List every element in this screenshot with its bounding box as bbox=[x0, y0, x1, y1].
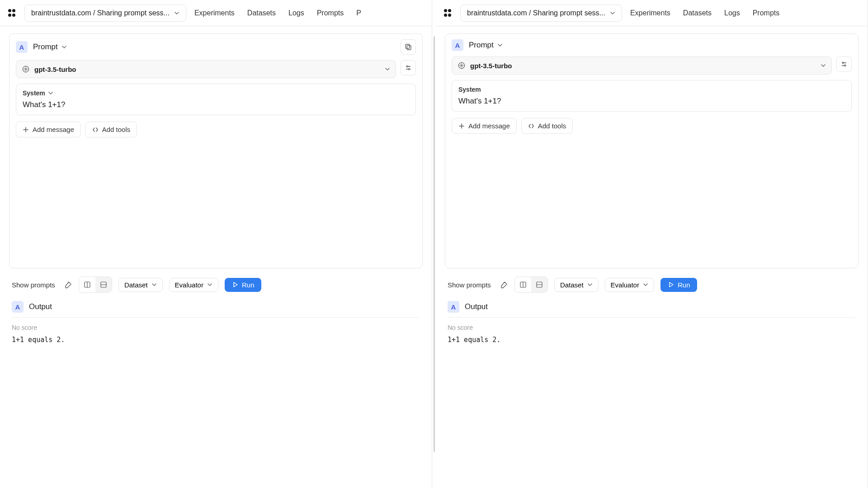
chevron-down-icon bbox=[48, 90, 53, 96]
svg-rect-1 bbox=[406, 44, 410, 48]
eraser-icon[interactable] bbox=[64, 281, 72, 289]
output-no-score: No score bbox=[448, 324, 856, 331]
play-icon bbox=[232, 282, 238, 288]
logo-icon[interactable] bbox=[444, 9, 452, 17]
nav-links: Experiments Datasets Logs Prompts bbox=[630, 9, 779, 17]
rows-icon bbox=[100, 281, 107, 288]
add-message-button[interactable]: Add message bbox=[16, 122, 81, 137]
nav-logs[interactable]: Logs bbox=[288, 9, 304, 17]
layout-vertical-button[interactable] bbox=[79, 277, 95, 292]
output-title: Output bbox=[29, 302, 52, 311]
model-selector[interactable]: gpt-3.5-turbo bbox=[16, 60, 396, 78]
nav-datasets[interactable]: Datasets bbox=[683, 9, 712, 17]
evaluator-dropdown[interactable]: Evaluator bbox=[169, 278, 218, 292]
chevron-down-icon bbox=[643, 282, 648, 287]
openai-icon bbox=[22, 65, 30, 73]
layout-horizontal-button[interactable] bbox=[531, 277, 547, 292]
model-name: gpt-3.5-turbo bbox=[470, 62, 512, 70]
output-section: A Output No score 1+1 equals 2. bbox=[9, 298, 423, 347]
dataset-dropdown[interactable]: Dataset bbox=[554, 278, 599, 292]
model-row: gpt-3.5-turbo bbox=[445, 56, 858, 80]
layout-vertical-button[interactable] bbox=[515, 277, 531, 292]
system-message-text[interactable]: What's 1+1? bbox=[458, 97, 845, 106]
layout-toggle bbox=[79, 277, 112, 293]
add-tools-button[interactable]: Add tools bbox=[521, 118, 573, 134]
chevron-down-icon bbox=[151, 282, 157, 287]
layout-horizontal-button[interactable] bbox=[95, 277, 112, 292]
prompt-title: Prompt bbox=[33, 42, 58, 52]
settings-button[interactable] bbox=[836, 56, 852, 72]
prompt-title: Prompt bbox=[469, 41, 494, 50]
svg-point-10 bbox=[842, 62, 844, 63]
prompt-title-dropdown[interactable]: Prompt bbox=[33, 42, 67, 52]
add-tools-label: Add tools bbox=[538, 122, 566, 130]
nav-prompts[interactable]: Prompts bbox=[753, 9, 780, 17]
openai-icon bbox=[458, 61, 466, 70]
settings-button[interactable] bbox=[401, 60, 416, 75]
left-pane: braintrustdata.com / Sharing prompt sess… bbox=[0, 0, 432, 488]
run-button[interactable]: Run bbox=[225, 278, 262, 292]
navbar: braintrustdata.com / Sharing prompt sess… bbox=[0, 0, 432, 26]
columns-icon bbox=[519, 281, 527, 288]
prompt-actions: Add message Add tools bbox=[445, 112, 858, 140]
role-label: System bbox=[458, 86, 481, 93]
run-button[interactable]: Run bbox=[660, 278, 698, 292]
nav-logs[interactable]: Logs bbox=[724, 9, 740, 17]
sliders-icon bbox=[405, 64, 412, 71]
role-label: System bbox=[23, 89, 45, 97]
divider bbox=[12, 317, 420, 318]
nav-datasets[interactable]: Datasets bbox=[247, 9, 276, 17]
system-message-block[interactable]: System What's 1+1? bbox=[16, 84, 416, 115]
prompt-card-header: A Prompt bbox=[9, 34, 422, 60]
add-tools-button[interactable]: Add tools bbox=[85, 122, 137, 137]
plus-icon bbox=[23, 127, 29, 133]
output-no-score: No score bbox=[12, 324, 420, 331]
model-name: gpt-3.5-turbo bbox=[34, 66, 76, 73]
rows-icon bbox=[536, 281, 543, 288]
breadcrumb-selector[interactable]: braintrustdata.com / Sharing prompt sess… bbox=[460, 5, 622, 22]
role-selector: System bbox=[458, 86, 845, 93]
prompt-card: A Prompt gpt-3.5-turbo bbox=[9, 33, 423, 268]
copy-button[interactable] bbox=[401, 39, 416, 55]
prompt-card: A Prompt gpt-3.5-turbo bbox=[445, 33, 859, 268]
code-icon bbox=[92, 127, 99, 133]
output-text: 1+1 equals 2. bbox=[448, 336, 856, 344]
columns-icon bbox=[84, 281, 91, 288]
prompt-title-dropdown[interactable]: Prompt bbox=[469, 41, 503, 50]
system-message-block[interactable]: System What's 1+1? bbox=[452, 80, 852, 112]
evaluator-dropdown[interactable]: Evaluator bbox=[605, 278, 654, 292]
svg-rect-0 bbox=[407, 46, 411, 50]
logo-icon[interactable] bbox=[8, 9, 16, 17]
session-badge: A bbox=[452, 39, 463, 51]
role-selector[interactable]: System bbox=[23, 89, 409, 97]
nav-experiments[interactable]: Experiments bbox=[194, 9, 235, 17]
system-message-text[interactable]: What's 1+1? bbox=[23, 100, 409, 109]
prompt-card-header: A Prompt bbox=[445, 34, 858, 56]
eraser-icon[interactable] bbox=[500, 281, 508, 289]
add-message-button[interactable]: Add message bbox=[452, 118, 517, 134]
toolbar: Show prompts Dataset Evaluator Run bbox=[445, 268, 859, 298]
nav-links: Experiments Datasets Logs Prompts P bbox=[194, 9, 361, 17]
evaluator-label: Evaluator bbox=[175, 281, 203, 289]
output-header: A Output bbox=[448, 301, 856, 313]
svg-point-11 bbox=[844, 65, 845, 66]
output-text: 1+1 equals 2. bbox=[12, 336, 420, 344]
output-header: A Output bbox=[12, 301, 420, 313]
show-prompts-label[interactable]: Show prompts bbox=[448, 281, 491, 289]
model-selector[interactable]: gpt-3.5-turbo bbox=[452, 56, 832, 75]
chevron-down-icon bbox=[821, 63, 826, 68]
nav-prompts[interactable]: Prompts bbox=[317, 9, 344, 17]
breadcrumb-selector[interactable]: braintrustdata.com / Sharing prompt sess… bbox=[24, 5, 186, 22]
dataset-dropdown[interactable]: Dataset bbox=[118, 278, 163, 292]
model-row: gpt-3.5-turbo bbox=[9, 60, 422, 84]
nav-extra[interactable]: P bbox=[356, 9, 361, 17]
splitter-handle[interactable] bbox=[432, 0, 436, 488]
divider bbox=[448, 317, 856, 318]
chevron-down-icon bbox=[497, 42, 503, 48]
content: A Prompt gpt-3.5-turbo bbox=[0, 26, 432, 488]
show-prompts-label[interactable]: Show prompts bbox=[12, 281, 55, 289]
nav-experiments[interactable]: Experiments bbox=[630, 9, 670, 17]
right-pane: braintrustdata.com / Sharing prompt sess… bbox=[436, 0, 868, 488]
toolbar: Show prompts Dataset Evaluator Run bbox=[9, 268, 423, 298]
dataset-label: Dataset bbox=[124, 281, 148, 289]
